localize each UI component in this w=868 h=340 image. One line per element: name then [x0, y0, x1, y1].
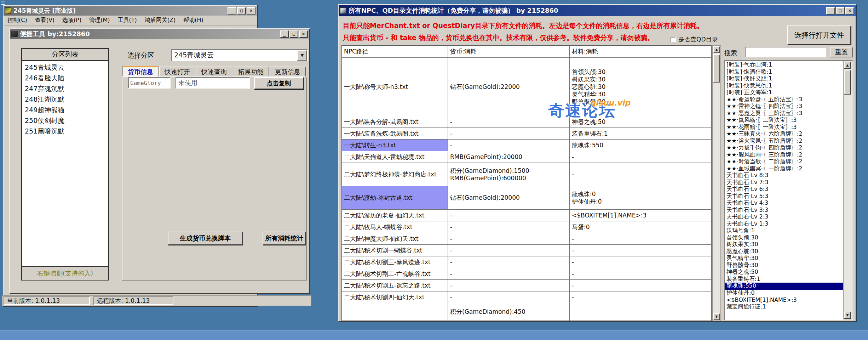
consumption-list-item[interactable]: 灵气精华:30	[725, 255, 843, 262]
material-cost-cell[interactable]	[570, 303, 711, 321]
header-npc-path[interactable]: NPC路径	[342, 46, 448, 58]
material-cost-cell[interactable]: 马蛋:0	[570, 221, 711, 233]
currency-cost-cell[interactable]: 积分(GameDiamond):450	[448, 303, 570, 321]
currency-cost-cell[interactable]: -	[448, 256, 570, 268]
consumption-list-item[interactable]: 护体仙丹:0	[725, 290, 843, 297]
consumption-list-item[interactable]: [时装]·侠肝义胆:1	[725, 75, 843, 83]
tab[interactable]: 拓展功能	[233, 67, 269, 76]
npc-path-cell[interactable]	[342, 303, 448, 321]
material-cost-cell[interactable]: 装备重铸石:1	[570, 128, 711, 140]
chevron-down-icon[interactable]: ▼	[297, 50, 307, 61]
material-cost-cell[interactable]: -	[570, 233, 711, 245]
partition-list-item[interactable]: 246看脸大陆	[22, 73, 108, 84]
material-cost-cell[interactable]: -	[570, 163, 711, 186]
consumption-list-item[interactable]: ★★·三昧真火·〖六阶盾牌〗:2	[725, 131, 843, 138]
maximize-button[interactable]: □	[289, 30, 298, 38]
partition-list-item[interactable]: 251黑暗沉默	[22, 126, 108, 137]
partition-select-dropdown[interactable]: 245青城灵云 ▼	[171, 49, 308, 61]
list-scrollbar[interactable]: ▲ ▼	[843, 61, 852, 319]
npc-path-cell[interactable]: 一大陆\转生-n3.txt	[342, 140, 448, 151]
minimize-button[interactable]: _	[280, 30, 289, 38]
npc-path-cell[interactable]: 二大陆\秘术切割四-仙幻天.txt	[342, 291, 448, 303]
desktop-icon-label[interactable]: 工	[1, 0, 6, 5]
currency-cost-cell[interactable]: -	[448, 140, 570, 151]
currency-cost-cell[interactable]: 钻石(GameGold):22000	[448, 58, 570, 116]
consumption-list-item[interactable]: [时装]·正义海军:1	[725, 89, 843, 96]
currency-cost-cell[interactable]: -	[448, 245, 570, 256]
close-button[interactable]: ×	[845, 7, 854, 15]
menu-item[interactable]: 选项(P)	[58, 16, 85, 25]
consumption-list-item[interactable]: 天书血石·Lv 6:3	[725, 186, 843, 193]
currency-cost-cell[interactable]: -	[448, 291, 570, 303]
material-cost-cell[interactable]: 神器之魂:50	[570, 116, 711, 128]
currency-cost-cell[interactable]: 积分(GameDiamond):1500 RMB(GamePoint):6000…	[448, 163, 570, 186]
consumption-list-item[interactable]: 天书血石·Lv 5:3	[725, 193, 843, 200]
currency-cost-cell[interactable]: -	[448, 128, 570, 140]
maximize-button[interactable]: □	[836, 7, 845, 15]
minimize-button[interactable]: _	[228, 7, 236, 15]
npc-path-cell[interactable]: 二大陆\秘术切割二-亡魂峡谷.txt	[342, 268, 448, 280]
consumption-list-item[interactable]: ★★·对酒当歌·〖二阶盾牌〗:2	[725, 158, 843, 165]
all-consumption-stats-button[interactable]: 所有消耗统计	[263, 232, 306, 245]
search-input[interactable]	[745, 47, 826, 57]
npc-path-cell[interactable]: 二大陆\神魔大师-仙幻天.txt	[342, 233, 448, 245]
tool-window-titlebar[interactable]: 便捷工具 by:2152860 _ □ ×	[10, 29, 309, 39]
npc-path-cell[interactable]: 一大陆\装备分解-武易阁.txt	[342, 116, 448, 128]
consumption-list-item[interactable]: ★★·雷神之锤·〖四阶法宝〗:3	[725, 103, 843, 110]
consumption-list-item[interactable]: 天书血石·Lv 7:3	[725, 179, 843, 186]
close-button[interactable]: ×	[299, 30, 308, 38]
minimize-button[interactable]: _	[826, 7, 835, 15]
partition-list-item[interactable]: 248江湖沉默	[22, 94, 108, 105]
consumption-list-item[interactable]: ★★·浴火鸾凤·〖五阶盾牌〗:2	[725, 138, 843, 145]
material-cost-cell[interactable]: -	[570, 268, 711, 280]
material-cost-cell[interactable]: -	[570, 291, 711, 303]
npc-path-cell[interactable]: 二大陆\秘术切割五-遗忘之路.txt	[342, 280, 448, 291]
npc-path-cell[interactable]: 二大陆\游历的老夏-仙幻天.txt	[342, 210, 448, 221]
material-cost-cell[interactable]: -	[570, 280, 711, 291]
consumption-list-item[interactable]: 藏宝阁通行证:1	[725, 304, 843, 311]
menu-item[interactable]: 帮助(H)	[179, 16, 207, 25]
consumption-list-item[interactable]: ★★·恶魔之翼·〖三阶法宝〗:3	[725, 110, 843, 117]
consumption-list-item[interactable]: ★★·花雨黯·〖一阶法宝〗:3	[725, 124, 843, 131]
consumption-list-item[interactable]: <$BOXITEM[1].NAME>:3	[725, 296, 843, 304]
material-cost-cell[interactable]: 龍魂珠:550	[570, 140, 711, 151]
tab[interactable]: 快速打开	[159, 67, 195, 76]
npc-path-cell[interactable]: 二大陆\天狗道人-雷劫秘境.txt	[342, 151, 448, 163]
main-window-titlebar[interactable]: 245青城灵云 [商业版] _ □ ×	[4, 6, 257, 16]
currency-cost-cell[interactable]: -	[448, 221, 570, 233]
scroll-up-icon[interactable]: ▲	[844, 62, 851, 69]
npc-path-cell[interactable]: 二大陆\秘术切割三-暴风遗迹.txt	[342, 256, 448, 268]
scroll-down-icon[interactable]: ▼	[844, 312, 851, 319]
npc-path-cell[interactable]: 一大陆\装备洗炼-武易阁.txt	[342, 128, 448, 140]
maximize-button[interactable]: □	[237, 7, 246, 15]
currency-cost-cell[interactable]: -	[448, 233, 570, 245]
menu-item[interactable]: 管理(M)	[85, 16, 114, 25]
material-cost-cell[interactable]: <$BOXITEM[1].NAME>:3	[570, 210, 711, 221]
tab[interactable]: 更新信息	[270, 67, 306, 76]
consumption-list-item[interactable]: 野兽骸骨:30	[725, 262, 843, 269]
scroll-down-icon[interactable]: ▼	[713, 313, 720, 320]
consumption-list-item[interactable]: ★★·岚风殇·〖二阶法宝〗:3	[725, 117, 843, 124]
consumption-list-item[interactable]: 装备重铸石:1	[725, 276, 843, 283]
table-scrollbar[interactable]: ▲ ▼	[712, 45, 721, 321]
npc-path-cell[interactable]: 二大陆\牧马人-蝴蝶谷.txt	[342, 221, 448, 233]
partition-list-item[interactable]: 247弃魂沉默	[22, 84, 108, 94]
copy-button[interactable]: 点击复制	[254, 77, 304, 89]
consumption-list-item[interactable]: ★★·力拔千钧·〖四阶盾牌〗:2	[725, 144, 843, 152]
consumption-list-item[interactable]: 沃玛号角:1	[725, 227, 843, 234]
close-button[interactable]: ×	[247, 7, 255, 15]
menu-item[interactable]: 工具(T)	[114, 16, 141, 25]
currency-key-field[interactable]: GameGlory	[128, 77, 171, 89]
consumption-list-item[interactable]: 天书血石·Lv 8:3	[725, 172, 843, 179]
consumption-list-item[interactable]: ★★·血域幽冥·〖一阶盾牌〗:2	[725, 165, 843, 172]
currency-cost-cell[interactable]: -	[448, 116, 570, 128]
npc-path-cell[interactable]: 一大陆\称号大师-n3.txt	[342, 58, 448, 116]
consumption-list-item[interactable]: 龍魂珠:550	[725, 283, 843, 290]
partition-list-item[interactable]: 249超神熊猫	[22, 105, 108, 115]
consumption-list-item[interactable]: 天书血石·Lv 4:3	[725, 200, 843, 207]
tab[interactable]: 快速查询	[196, 67, 232, 76]
consumption-list-item[interactable]: [时装]·纵酒狂歌:1	[725, 69, 843, 76]
consumption-list-item[interactable]: ★★·命运轮盘·〖五阶法宝〗:3	[725, 96, 843, 103]
currency-cost-cell[interactable]: -	[448, 210, 570, 221]
reset-button[interactable]: 重置	[830, 47, 853, 57]
